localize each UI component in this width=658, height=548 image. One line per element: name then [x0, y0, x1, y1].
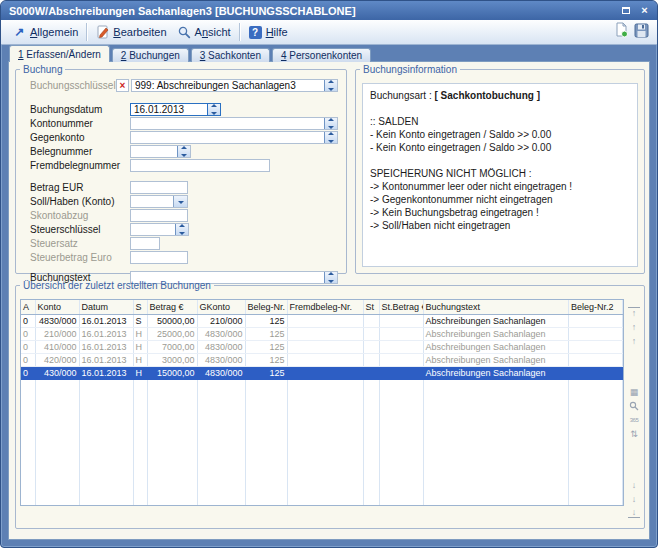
column-header[interactable]: St.Betrag € — [379, 300, 423, 314]
steuersatz-field[interactable] — [130, 237, 160, 250]
spinner-buttons[interactable] — [324, 132, 337, 143]
buchungsschluessel-select[interactable]: 999: Abschreibungen Sachanlagen3 — [131, 79, 338, 92]
belegnummer-label: Belegnummer — [30, 146, 130, 157]
spinner-buttons[interactable] — [324, 80, 337, 91]
table-cell — [147, 431, 197, 444]
table-cell — [79, 431, 133, 444]
fremdbelegnummer-field[interactable] — [130, 159, 270, 172]
table-cell — [147, 444, 197, 457]
last-record-button[interactable]: ↓ — [628, 507, 640, 518]
table-cell — [287, 379, 363, 392]
menu-allgemein[interactable]: ↗ Allgemein — [7, 23, 83, 42]
steuerschluessel-field[interactable] — [130, 223, 189, 236]
belegnummer-field[interactable] — [130, 145, 191, 158]
soll-haben-select[interactable] — [130, 195, 188, 208]
table-cell — [79, 470, 133, 483]
table-cell — [287, 314, 363, 327]
record-count-icon[interactable]: 365 — [628, 414, 640, 425]
table-cell — [379, 405, 423, 418]
column-header[interactable]: S — [133, 300, 147, 314]
table-cell — [363, 353, 379, 366]
table-cell: 0 — [21, 340, 35, 353]
buchungsdatum-field[interactable]: 16.01.2013 — [130, 103, 221, 116]
column-header[interactable]: Datum — [79, 300, 133, 314]
table-cell: 15000,00 — [147, 366, 197, 379]
column-header[interactable]: A — [21, 300, 35, 314]
table-cell: 210/000 — [35, 327, 79, 340]
table-row[interactable]: 0430/00016.01.2013H15000,004830/000125Ab… — [21, 366, 623, 379]
skontoabzug-field[interactable] — [130, 209, 188, 222]
clear-buchungsschluessel-button[interactable]: × — [116, 79, 129, 92]
first-record-button[interactable]: ↑ — [628, 307, 640, 318]
spinner-buttons[interactable] — [175, 224, 188, 235]
spinner-buttons[interactable] — [207, 104, 220, 115]
table-cell — [245, 379, 287, 392]
chevron-down-icon[interactable] — [173, 196, 187, 207]
restore-window-button[interactable] — [619, 4, 632, 17]
column-header[interactable]: GKonto — [197, 300, 245, 314]
table-cell — [287, 470, 363, 483]
table-cell — [133, 418, 147, 431]
table-row[interactable]: 0410/00016.01.2013H7000,004830/000125Abs… — [21, 340, 623, 353]
table-cell — [147, 483, 197, 496]
column-header[interactable]: Buchungstext — [423, 300, 569, 314]
new-document-button[interactable] — [611, 22, 631, 42]
betrag-eur-field[interactable] — [130, 181, 188, 194]
previous-page-button[interactable]: ↑ — [628, 321, 640, 332]
tab-sachkonten[interactable]: 3 Sachkonten — [191, 48, 270, 62]
kontonummer-select[interactable] — [130, 117, 338, 130]
next-record-button[interactable]: ↓ — [628, 479, 640, 490]
column-header[interactable]: Betrag € — [147, 300, 197, 314]
table-cell — [423, 379, 569, 392]
table-cell — [363, 392, 379, 405]
table-row[interactable]: 0210/00016.01.2013H25000,004830/000125Ab… — [21, 327, 623, 340]
next-page-button[interactable]: ↓ — [628, 493, 640, 504]
table-cell — [423, 470, 569, 483]
column-header[interactable]: Beleg-Nr. — [245, 300, 287, 314]
skontoabzug-label: Skontoabzug — [30, 210, 130, 221]
table-cell — [569, 340, 623, 353]
title-bar: S000W/Abschreibungen Sachanlagen3 [BUCHU… — [1, 1, 657, 20]
buchungen-table: A Konto Datum S Betrag € GKonto Beleg-Nr… — [21, 300, 623, 506]
spinner-buttons[interactable] — [324, 118, 337, 129]
table-cell — [287, 457, 363, 470]
table-cell: 4830/000 — [35, 314, 79, 327]
sort-icon[interactable]: ⇅ — [628, 428, 640, 439]
buchungsinformation-text: Buchungsart : [ Sachkontobuchung ] :: SA… — [362, 83, 638, 267]
table-cell — [133, 483, 147, 496]
tab-buchungen[interactable]: 2 Buchungen — [112, 48, 189, 62]
grid-view-icon[interactable]: ▦ — [628, 386, 640, 397]
tab-erfassen-aendern[interactable]: 1 Erfassen/Ändern — [9, 45, 110, 62]
column-header[interactable]: Fremdbeleg-Nr. — [287, 300, 363, 314]
column-header[interactable]: Konto — [35, 300, 79, 314]
table-cell — [133, 470, 147, 483]
table-row[interactable]: 04830/00016.01.2013S50000,00210/000125Ab… — [21, 314, 623, 327]
table-cell — [423, 496, 569, 506]
tab-personenkonten[interactable]: 4 Personenkonten — [272, 48, 371, 62]
column-header[interactable]: Beleg-Nr.2 — [569, 300, 623, 314]
steuersatz-label: Steuersatz — [30, 238, 130, 249]
steuerbetrag-euro-field[interactable] — [130, 251, 188, 264]
buchung-legend: Buchung — [20, 64, 65, 75]
table-cell: 125 — [245, 366, 287, 379]
table-cell — [379, 340, 423, 353]
gegenkonto-select[interactable] — [130, 131, 338, 144]
table-row[interactable]: 0420/00016.01.2013H3000,004830/000125Abs… — [21, 353, 623, 366]
spinner-buttons[interactable] — [177, 146, 190, 157]
menu-bearbeiten[interactable]: Bearbeiten — [90, 23, 171, 42]
menu-ansicht[interactable]: Ansicht — [172, 23, 236, 42]
table-cell — [21, 418, 35, 431]
column-header[interactable]: St — [363, 300, 379, 314]
close-window-button[interactable]: × — [638, 4, 651, 17]
table-cell: 0 — [21, 327, 35, 340]
table-cell: S — [133, 314, 147, 327]
table-cell — [569, 457, 623, 470]
table-cell — [147, 392, 197, 405]
save-button[interactable] — [631, 22, 651, 42]
previous-record-button[interactable]: ↑ — [628, 335, 640, 346]
table-cell — [35, 379, 79, 392]
table-cell — [287, 340, 363, 353]
tab-strip: 1 Erfassen/Ändern 2 Buchungen 3 Sachkont… — [9, 46, 371, 62]
search-icon[interactable] — [628, 400, 640, 411]
menu-hilfe[interactable]: ? Hilfe — [243, 23, 293, 42]
